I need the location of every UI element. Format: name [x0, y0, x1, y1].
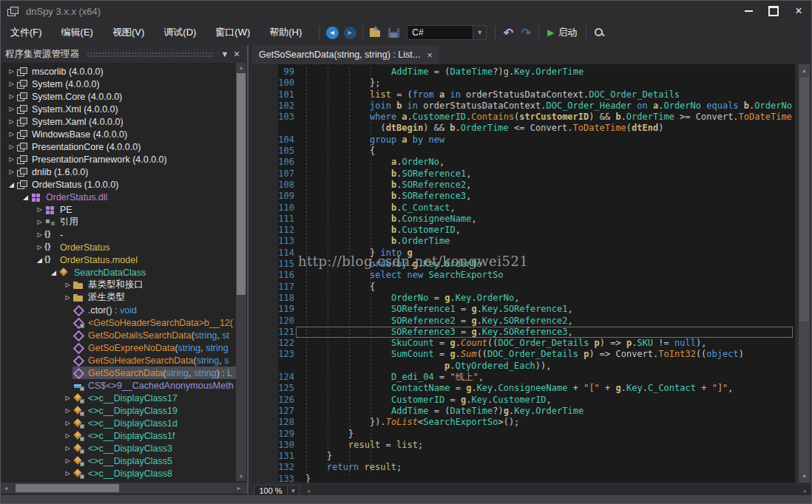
panel-close-button[interactable]: × — [231, 48, 243, 60]
expander-collapsed-icon[interactable]: ▷ — [7, 143, 16, 150]
scroll-up-button[interactable]: ▲ — [799, 66, 810, 75]
panel-menu-button[interactable]: ▼ — [219, 50, 231, 58]
panel-splitter[interactable] — [247, 45, 248, 494]
assembly-tree[interactable]: ▷mscorlib (4.0.0.0)▷System (4.0.0.0)▷Sys… — [1, 63, 236, 481]
tree-vscrollbar[interactable]: ▲ ▼ — [236, 63, 246, 481]
tree-item[interactable]: ▷<>c__DisplayClass — [1, 480, 236, 481]
scrollbar-thumb[interactable] — [16, 484, 119, 492]
open-file-button[interactable] — [367, 24, 385, 41]
tree-item[interactable]: GetSoDetailsSearchData(string, st — [1, 329, 236, 341]
expander-collapsed-icon[interactable]: ▷ — [7, 81, 16, 87]
language-select[interactable]: C# ▼ — [407, 25, 487, 40]
scroll-down-button[interactable]: ▼ — [799, 471, 810, 481]
code-editor[interactable]: 99AddTime = (DateTime?)g.Key.OrderTime10… — [252, 64, 795, 483]
expander-expanded-icon[interactable]: ◢ — [35, 256, 44, 264]
save-all-button[interactable] — [385, 24, 402, 41]
start-button[interactable]: ▶ 启动 — [543, 26, 581, 39]
tab-getsosearchdata[interactable]: GetSoSearchData(string, string) : List..… — [252, 45, 439, 64]
editor-vscrollbar[interactable]: ▲ ▼ — [799, 64, 810, 483]
tree-item[interactable]: ▷mscorlib (4.0.0.0) — [1, 65, 236, 78]
tree-item[interactable]: ▷OrderStatus — [1, 241, 236, 253]
tree-item[interactable]: ▷- — [1, 228, 236, 241]
expander-collapsed-icon[interactable]: ▷ — [7, 118, 16, 125]
scrollbar-thumb[interactable] — [237, 73, 246, 295]
expander-collapsed-icon[interactable]: ▷ — [35, 231, 44, 238]
expander-collapsed-icon[interactable]: ▷ — [35, 244, 44, 251]
expander-expanded-icon[interactable]: ◢ — [49, 269, 58, 276]
expander-collapsed-icon[interactable]: ▷ — [63, 445, 72, 452]
expander-collapsed-icon[interactable]: ▷ — [63, 432, 72, 439]
tree-item[interactable]: <GetSoHeaderSearchData>b__12( — [1, 316, 236, 329]
undo-button[interactable]: ↶ — [499, 24, 517, 41]
tree-item[interactable]: GetSoSearchData(string, string) : L — [1, 367, 236, 379]
expander-collapsed-icon[interactable]: ▷ — [35, 219, 44, 225]
expander-collapsed-icon[interactable]: ▷ — [63, 294, 72, 301]
scroll-up-button[interactable]: ▲ — [236, 63, 246, 72]
tree-item[interactable]: ▷<>c__DisplayClass1f — [1, 429, 236, 442]
close-button[interactable]: × — [786, 1, 811, 21]
tree-item[interactable]: ▷PE — [1, 203, 236, 216]
expander-collapsed-icon[interactable]: ▷ — [63, 282, 72, 288]
menu-item-2[interactable]: 视图(V) — [103, 27, 154, 38]
expander-collapsed-icon[interactable]: ▷ — [7, 131, 16, 137]
tree-item[interactable]: .ctor() : void — [1, 304, 236, 316]
tree-item[interactable]: ▷System.Xml (4.0.0.0) — [1, 103, 236, 115]
tree-item[interactable]: ▷引用 — [1, 216, 236, 228]
tree-item-label: 派生类型 — [72, 291, 236, 304]
tree-item[interactable]: ▷System (4.0.0.0) — [1, 78, 236, 90]
tab-close-icon[interactable]: × — [427, 50, 433, 61]
tree-item[interactable]: ◢SearchDataClass — [1, 266, 236, 279]
expander-collapsed-icon[interactable]: ▷ — [63, 470, 72, 477]
expander-collapsed-icon[interactable]: ▷ — [63, 407, 72, 414]
redo-button[interactable]: ↷ — [517, 24, 535, 41]
menu-item-5[interactable]: 帮助(H) — [260, 27, 311, 38]
menu-item-1[interactable]: 编辑(E) — [52, 27, 103, 38]
tree-item[interactable]: ◢OrderStatus.model — [1, 253, 236, 266]
tree-item[interactable]: ◢OrderStatus (1.0.0.0) — [1, 178, 236, 191]
expander-collapsed-icon[interactable]: ▷ — [35, 206, 44, 213]
scroll-down-button[interactable]: ▼ — [236, 471, 246, 481]
tree-item[interactable]: ▷PresentationCore (4.0.0.0) — [1, 140, 236, 153]
code-line: 130result = list; — [253, 440, 795, 451]
menu-item-3[interactable]: 调试(D) — [154, 27, 206, 38]
tree-item[interactable]: ▷System.Xaml (4.0.0.0) — [1, 115, 236, 128]
scrollbar-thumb[interactable] — [799, 78, 809, 321]
tree-item[interactable]: ▷PresentationFramework (4.0.0.0) — [1, 153, 236, 166]
maximize-button[interactable] — [761, 1, 786, 21]
tree-item[interactable]: ▷<>c__DisplayClass5 — [1, 454, 236, 467]
expander-collapsed-icon[interactable]: ▷ — [7, 168, 16, 175]
tree-item[interactable]: ▷System.Core (4.0.0.0) — [1, 90, 236, 103]
forward-button[interactable]: ► — [341, 24, 359, 41]
tree-item[interactable]: GetSoHeaderSearchData(string, s — [1, 354, 236, 367]
expander-collapsed-icon[interactable]: ▷ — [63, 420, 72, 426]
tree-item[interactable]: GetSoExpreeNoData(string, string — [1, 341, 236, 354]
expander-collapsed-icon[interactable]: ▷ — [63, 457, 72, 464]
menu-item-0[interactable]: 文件(F) — [1, 27, 52, 38]
expander-collapsed-icon[interactable]: ▷ — [7, 93, 16, 100]
tree-item[interactable]: ▷<>c__DisplayClass3 — [1, 442, 236, 454]
scroll-left-button[interactable]: ◄ — [1, 483, 11, 494]
minimize-button[interactable] — [736, 1, 761, 21]
expander-collapsed-icon[interactable]: ▷ — [63, 395, 72, 401]
expander-expanded-icon[interactable]: ◢ — [21, 194, 30, 201]
tree-item[interactable]: ▷WindowsBase (4.0.0.0) — [1, 128, 236, 140]
tree-item[interactable]: ▷<>c__DisplayClass17 — [1, 392, 236, 404]
expander-expanded-icon[interactable]: ◢ — [7, 181, 16, 188]
search-button[interactable] — [590, 24, 608, 41]
menu-item-4[interactable]: 窗口(W) — [206, 27, 260, 38]
chevron-down-icon[interactable]: ▼ — [473, 25, 487, 40]
back-button[interactable]: ◄ — [323, 24, 341, 41]
tree-item[interactable]: ◢OrderStatus.dll — [1, 191, 236, 203]
tree-item[interactable]: ▷<>c__DisplayClass8 — [1, 467, 236, 480]
tree-item[interactable]: CS$<>9__CachedAnonymousMeth — [1, 379, 236, 392]
expander-collapsed-icon[interactable]: ▷ — [7, 156, 16, 163]
tree-hscrollbar[interactable]: ◄ ► — [1, 483, 247, 494]
tree-item[interactable]: ▷基类型和接口 — [1, 279, 236, 291]
scroll-right-button[interactable]: ► — [234, 483, 244, 494]
tree-item[interactable]: ▷<>c__DisplayClass19 — [1, 404, 236, 417]
expander-collapsed-icon[interactable]: ▷ — [7, 106, 16, 112]
tree-item[interactable]: ▷<>c__DisplayClass1d — [1, 417, 236, 429]
tree-item[interactable]: ▷dnlib (1.6.0.0) — [1, 166, 236, 178]
expander-collapsed-icon[interactable]: ▷ — [7, 68, 16, 75]
tree-item[interactable]: ▷派生类型 — [1, 291, 236, 304]
